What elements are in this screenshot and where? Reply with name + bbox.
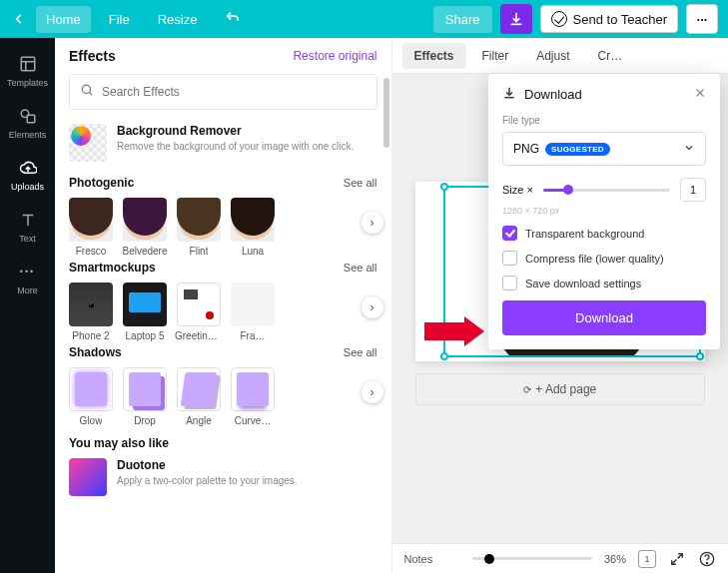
rail-elements[interactable]: Elements [0,98,55,150]
effects-panel: Effects Restore original Background Remo… [55,38,392,573]
templates-icon [18,54,38,74]
tab-crop[interactable]: Cr… [586,43,635,69]
rail-label: Elements [9,130,47,140]
search-icon [80,83,94,101]
shadow-item[interactable]: Curve… [231,367,275,426]
smartmockup-item[interactable]: 📱Phone 2 [69,283,113,341]
shadows-row: Glow Drop Angle Curve… › [69,367,377,426]
download-icon [502,86,516,103]
download-button[interactable]: Download [502,300,706,335]
resize-handle[interactable] [440,352,448,360]
resize-handle[interactable] [696,352,704,360]
section-shadows: Shadows [69,345,122,359]
resize-menu[interactable]: Resize [148,6,208,33]
shadow-item[interactable]: Angle [177,367,221,426]
rail-label: Text [19,234,36,244]
back-icon[interactable] [10,10,28,28]
background-remover-item[interactable]: Background Remover Remove the background… [69,124,377,162]
panel-scrollbar[interactable] [381,78,391,569]
section-smartmockups: Smartmockups [69,261,156,275]
option-label: Compress file (lower quality) [525,253,664,265]
file-type-select[interactable]: PNG SUGGESTED [502,132,706,166]
seeall-shadows[interactable]: See all [344,346,377,358]
bottom-bar: Notes 36% 1 [392,543,729,573]
scroll-right-button[interactable]: › [362,212,383,234]
image-toolbar: Effects Filter Adjust Cr… [392,38,729,74]
help-icon[interactable] [698,550,716,568]
tab-filter[interactable]: Filter [470,43,521,69]
page-indicator[interactable]: 1 [638,550,656,568]
smartmockup-item[interactable]: Fra… [231,283,275,341]
photogenic-item[interactable]: Belvedere [123,198,167,257]
shadow-item[interactable]: Glow [69,367,113,426]
fullscreen-icon[interactable] [668,550,686,568]
option-label: Save download settings [525,278,641,289]
zoom-slider[interactable] [472,557,592,560]
restore-original-link[interactable]: Restore original [293,49,376,63]
file-type-label: File type [502,115,706,126]
add-page-button[interactable]: ⟳ + Add page [415,373,705,405]
size-slider[interactable] [543,189,670,192]
seeall-smartmockups[interactable]: See all [344,262,377,274]
seeall-photogenic[interactable]: See all [344,177,377,189]
more-icon: ••• [18,262,38,282]
duotone-title: Duotone [117,458,298,472]
checkbox-icon [502,251,517,266]
home-button[interactable]: Home [36,6,91,33]
size-label: Size × [502,184,533,196]
compress-option[interactable]: Compress file (lower quality) [502,251,706,266]
search-input-wrapper[interactable] [69,74,377,110]
more-button[interactable]: ··· [686,4,718,34]
rail-text[interactable]: Text [0,202,55,254]
duotone-item[interactable]: Duotone Apply a two-color palette to you… [69,458,377,496]
top-bar: Home File Resize Share Send to Teacher ·… [0,0,728,38]
also-like-heading: You may also like [69,436,169,450]
transparent-bg-option[interactable]: Transparent background [502,226,706,241]
photogenic-row: Fresco Belvedere Flint Luna › [69,198,377,257]
close-icon[interactable] [694,87,706,102]
notes-button[interactable]: Notes [404,553,433,565]
refresh-icon: ⟳ [523,384,531,395]
add-page-label: + Add page [535,382,596,396]
download-popover: Download File type PNG SUGGESTED Size × … [488,74,720,349]
duotone-thumb [69,458,107,496]
checkmark-icon [551,11,567,27]
bg-remover-sub: Remove the background of your image with… [117,140,354,153]
resize-handle[interactable] [440,183,448,191]
zoom-value[interactable]: 36% [604,553,626,565]
duotone-sub: Apply a two-color palette to your images… [117,474,298,487]
text-icon [18,210,38,230]
svg-rect-0 [21,57,35,71]
size-input[interactable]: 1 [680,178,706,202]
scroll-right-button[interactable]: › [362,296,383,318]
photogenic-item[interactable]: Flint [177,198,221,257]
panel-title: Effects [69,48,116,64]
scroll-right-button[interactable]: › [362,381,383,403]
photogenic-item[interactable]: Luna [231,198,275,257]
rail-label: Uploads [11,182,44,192]
file-menu[interactable]: File [99,6,140,33]
download-icon-button[interactable] [500,4,532,34]
smartmockup-item[interactable]: Greeting car… [177,283,221,341]
save-settings-option[interactable]: Save download settings [502,276,706,290]
section-photogenic: Photogenic [69,176,134,190]
search-input[interactable] [102,85,366,99]
send-to-teacher-button[interactable]: Send to Teacher [540,5,678,33]
shadow-item[interactable]: Drop [123,367,167,426]
undo-button[interactable] [215,4,251,35]
bg-remover-title: Background Remover [117,124,354,138]
left-rail: Templates Elements Uploads Text ••• More [0,38,55,573]
checkbox-icon [502,226,517,241]
rail-more[interactable]: ••• More [0,254,55,305]
bg-remover-thumb [69,124,107,162]
share-button[interactable]: Share [433,6,492,33]
photogenic-item[interactable]: Fresco [69,198,113,257]
rail-label: More [17,286,38,295]
tab-adjust[interactable]: Adjust [524,43,581,69]
smartmockup-item[interactable]: Laptop 5 [123,283,167,341]
tab-effects[interactable]: Effects [402,43,466,69]
suggested-badge: SUGGESTED [545,143,610,156]
uploads-icon [18,158,38,178]
rail-uploads[interactable]: Uploads [0,150,55,202]
rail-templates[interactable]: Templates [0,46,55,98]
